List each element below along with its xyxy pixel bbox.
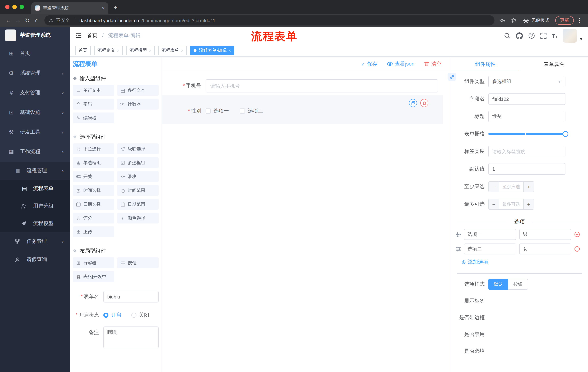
remove-option-button[interactable] bbox=[574, 232, 580, 237]
add-option-button[interactable]: ⊕ 添加选项 bbox=[461, 259, 588, 265]
component-type-select[interactable]: 多选框组▼ bbox=[488, 76, 566, 87]
close-icon[interactable]: × bbox=[229, 48, 231, 53]
browser-update-button[interactable]: 更新 bbox=[555, 16, 574, 25]
option-label-input[interactable] bbox=[464, 244, 516, 255]
plus-button[interactable]: + bbox=[524, 182, 534, 192]
style-default-button[interactable]: 默认 bbox=[488, 279, 508, 290]
home-button[interactable]: ⌂ bbox=[32, 16, 42, 25]
palette-item-radio-group[interactable]: ◉单选框组 bbox=[73, 157, 114, 168]
phone-input[interactable] bbox=[206, 79, 438, 93]
browser-tab[interactable]: 芋道管理系统 × bbox=[31, 2, 108, 14]
font-size-icon[interactable]: TT bbox=[552, 32, 558, 39]
close-icon[interactable]: × bbox=[181, 48, 183, 53]
bookmark-star-icon[interactable] bbox=[511, 18, 517, 23]
forward-button[interactable]: → bbox=[13, 16, 22, 25]
tag-process-form-edit[interactable]: 流程表单-编辑× bbox=[190, 46, 234, 55]
sidebar-item-leave-query[interactable]: 请假查询 bbox=[0, 250, 70, 269]
palette-item-rate[interactable]: ☆评分 bbox=[73, 213, 114, 223]
close-icon[interactable]: × bbox=[149, 48, 151, 53]
slider-handle[interactable] bbox=[563, 131, 568, 137]
minus-button[interactable]: − bbox=[489, 182, 499, 192]
canvas-field-gender-selected[interactable]: *性别 选项一 选项二 bbox=[162, 95, 443, 124]
gender-checkbox-option2[interactable]: 选项二 bbox=[240, 108, 263, 114]
palette-item-multi-line-text[interactable]: ▤多行文本 bbox=[117, 85, 159, 96]
caret-down-icon[interactable]: ▼ bbox=[579, 37, 583, 41]
sidebar-item-infra[interactable]: ⊡ 基础设施 ∨ bbox=[0, 103, 70, 122]
palette-item-time-picker[interactable]: ◷时间选择 bbox=[73, 185, 114, 196]
palette-item-color-picker[interactable]: ◐颜色选择 bbox=[117, 213, 159, 223]
canvas-field-phone[interactable]: *手机号 bbox=[162, 79, 438, 93]
tag-home[interactable]: 首页 bbox=[75, 46, 91, 55]
search-icon[interactable] bbox=[504, 32, 511, 39]
palette-item-counter[interactable]: 123计数器 bbox=[117, 99, 159, 110]
option-value-input[interactable] bbox=[519, 229, 571, 240]
palette-item-checkbox-group[interactable]: ☑多选框组 bbox=[117, 157, 159, 168]
tag-process-form[interactable]: 流程表单× bbox=[158, 46, 187, 55]
palette-item-upload[interactable]: 上传 bbox=[73, 226, 114, 237]
close-icon[interactable]: × bbox=[117, 48, 119, 53]
form-name-input[interactable] bbox=[103, 291, 159, 302]
breadcrumb-home[interactable]: 首页 bbox=[87, 32, 97, 38]
palette-item-slider[interactable]: 滑块 bbox=[117, 171, 159, 182]
hamburger-icon[interactable] bbox=[70, 32, 87, 39]
sidebar-item-devtools[interactable]: ⚒ 研发工具 ∨ bbox=[0, 122, 70, 142]
palette-item-single-line-text[interactable]: ▭单行文本 bbox=[73, 85, 114, 96]
palette-item-date-picker[interactable]: 日期选择 bbox=[73, 199, 114, 210]
default-value-input[interactable] bbox=[488, 163, 566, 175]
help-icon[interactable] bbox=[528, 32, 535, 39]
remove-option-button[interactable] bbox=[574, 246, 580, 252]
palette-item-time-range[interactable]: ◷时间范围 bbox=[117, 185, 159, 196]
tab-close-icon[interactable]: × bbox=[102, 5, 105, 11]
status-radio-on[interactable]: 开启 bbox=[103, 312, 121, 319]
sidebar-item-process-model[interactable]: 流程模型 bbox=[0, 215, 70, 232]
sidebar-item-workflow[interactable]: ▦ 工作流程 ∧ bbox=[0, 142, 70, 162]
max-select-value[interactable]: 最多可选 bbox=[499, 199, 524, 209]
palette-item-cascader[interactable]: 级联选择 bbox=[117, 143, 159, 154]
palette-item-table[interactable]: ▦表格[开发中] bbox=[73, 271, 114, 282]
sidebar-item-process-mgmt[interactable]: ≣ 流程管理 ∧ bbox=[0, 162, 70, 180]
sidebar-item-payment[interactable]: ¥ 支付管理 ∨ bbox=[0, 83, 70, 103]
field-name-input[interactable] bbox=[488, 93, 566, 105]
remark-textarea[interactable]: 嘿嘿 bbox=[103, 327, 159, 348]
sidebar-item-home[interactable]: ⊞ 首页 bbox=[0, 44, 70, 63]
copy-component-button[interactable] bbox=[409, 99, 417, 107]
palette-item-switch[interactable]: 开关 bbox=[73, 171, 114, 182]
option-value-input[interactable] bbox=[519, 244, 571, 255]
window-zoom-button[interactable] bbox=[20, 5, 24, 9]
form-grid-slider[interactable] bbox=[488, 128, 566, 140]
password-key-icon[interactable] bbox=[500, 18, 506, 23]
palette-item-date-range[interactable]: 日期范围 bbox=[117, 199, 159, 210]
drag-handle-icon[interactable] bbox=[456, 232, 461, 237]
sidebar-item-process-form[interactable]: ▤ 流程表单 bbox=[0, 180, 70, 197]
reload-button[interactable]: ↻ bbox=[22, 16, 32, 25]
drag-handle-icon[interactable] bbox=[456, 246, 461, 252]
sidebar-item-system[interactable]: ⚙ 系统管理 ∨ bbox=[0, 63, 70, 83]
link-icon[interactable] bbox=[448, 73, 456, 81]
palette-item-row-container[interactable]: ⊞行容器 bbox=[73, 257, 114, 268]
tag-process-definition[interactable]: 流程定义× bbox=[94, 46, 123, 55]
delete-component-button[interactable] bbox=[420, 99, 428, 107]
palette-item-select[interactable]: ◎下拉选择 bbox=[73, 143, 114, 154]
view-json-button[interactable]: 查看json bbox=[387, 61, 414, 67]
save-button[interactable]: ✓保存 bbox=[361, 61, 377, 67]
status-radio-off[interactable]: 关闭 bbox=[131, 312, 149, 319]
address-bar[interactable]: 不安全 dashboard.yudao.iocoder.cn/bpm/manag… bbox=[44, 15, 494, 25]
minus-button[interactable]: − bbox=[489, 199, 499, 209]
sidebar-logo[interactable]: 芋道管理系统 bbox=[0, 27, 70, 44]
back-button[interactable]: ← bbox=[4, 16, 13, 25]
title-input[interactable] bbox=[488, 111, 566, 122]
tab-component-props[interactable]: 组件属性 bbox=[451, 57, 520, 71]
github-icon[interactable] bbox=[516, 32, 523, 39]
style-button-button[interactable]: 按钮 bbox=[508, 279, 528, 290]
palette-item-password[interactable]: 密码 bbox=[73, 99, 114, 110]
window-close-button[interactable] bbox=[5, 5, 10, 9]
gender-checkbox-option1[interactable]: 选项一 bbox=[206, 108, 229, 114]
slider-track[interactable] bbox=[488, 133, 566, 135]
new-tab-button[interactable]: + bbox=[114, 4, 117, 12]
avatar[interactable] bbox=[563, 29, 577, 43]
sidebar-item-task-mgmt[interactable]: 任务管理 ∨ bbox=[0, 232, 70, 250]
tag-process-model[interactable]: 流程模型× bbox=[126, 46, 155, 55]
palette-item-button[interactable]: 按钮 bbox=[117, 257, 159, 268]
browser-menu-icon[interactable]: ⋮ bbox=[577, 17, 582, 24]
plus-button[interactable]: + bbox=[524, 199, 534, 209]
